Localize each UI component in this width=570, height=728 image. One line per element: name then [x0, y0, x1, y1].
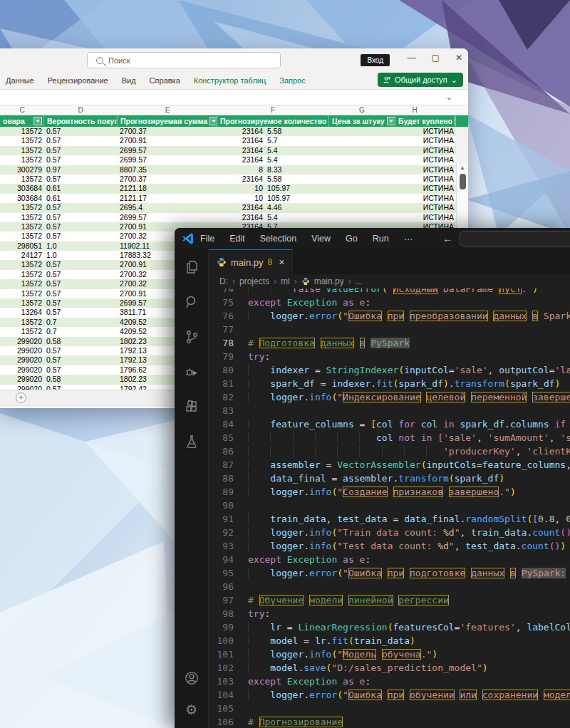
table-cell[interactable]: 105.97 [265, 194, 328, 203]
table-cell[interactable]: 13572 [0, 222, 44, 232]
table-cell[interactable]: 13572 [0, 327, 44, 336]
table-row[interactable]: 135720.572700.37231645.58ИСТИНА [0, 175, 456, 184]
table-cell[interactable]: ИСТИНА [328, 127, 456, 136]
table-cell[interactable]: 2700.37 [118, 175, 217, 184]
settings-gear-icon[interactable]: ⚙ [185, 702, 197, 718]
table-cell[interactable]: 5.58 [265, 175, 328, 184]
table-cell[interactable]: 13264 [0, 308, 44, 317]
table-cell[interactable]: 23164 [217, 155, 265, 165]
table-cell[interactable]: 105.97 [265, 184, 328, 193]
scrollbar-thumb[interactable] [460, 174, 466, 189]
table-cell[interactable]: 0.7 [44, 327, 118, 336]
table-cell[interactable]: ИСТИНА [328, 136, 456, 145]
scroll-up-icon[interactable]: ▲ [457, 164, 468, 172]
table-row[interactable]: 3002790.978807.3588.33ИСТИНА [0, 165, 456, 175]
table-cell[interactable]: 13572 [0, 127, 44, 136]
table-cell[interactable]: 13572 [0, 155, 44, 165]
table-cell[interactable]: ИСТИНА [328, 194, 456, 203]
table-cell[interactable]: 0.57 [44, 136, 118, 145]
table-cell[interactable]: 299020 [0, 346, 44, 355]
table-cell[interactable]: ИСТИНА [328, 165, 456, 175]
menu-item-view[interactable]: View [311, 234, 331, 244]
ribbon-tab[interactable]: Вид [122, 76, 136, 85]
table-cell[interactable]: 13572 [0, 289, 44, 298]
table-row[interactable]: 135720.572699.57231645.4ИСТИНА [0, 213, 456, 222]
filter-button[interactable] [455, 117, 456, 125]
source-control-icon[interactable] [184, 329, 200, 345]
column-letter[interactable]: G [359, 106, 365, 114]
table-cell[interactable]: 24127 [0, 251, 44, 260]
table-cell[interactable]: 0.57 [44, 203, 118, 212]
table-cell[interactable]: 0.58 [44, 337, 118, 346]
column-header[interactable]: Прогнозируемое количество [217, 115, 329, 127]
table-cell[interactable]: 0.57 [44, 127, 118, 136]
ribbon-tab[interactable]: Справка [150, 76, 180, 85]
table-cell[interactable]: ИСТИНА [328, 184, 456, 193]
table-cell[interactable]: 299020 [0, 365, 44, 375]
column-header[interactable]: Вероятность покупки [44, 115, 118, 127]
table-cell[interactable]: 23164 [217, 175, 265, 184]
table-row[interactable]: 135720.572699.57231645.4ИСТИНА [0, 146, 456, 155]
table-cell[interactable]: 13572 [0, 146, 44, 155]
table-cell[interactable]: 0.57 [44, 213, 118, 222]
menu-item-edit[interactable]: Edit [229, 234, 245, 244]
table-cell[interactable]: 298051 [0, 241, 44, 251]
table-cell[interactable]: ИСТИНА [328, 203, 456, 212]
breadcrumb-item[interactable]: ... [356, 276, 363, 286]
table-cell[interactable]: 0.57 [44, 175, 118, 184]
column-header[interactable]: овара [0, 115, 44, 127]
table-cell[interactable]: 8.33 [265, 165, 328, 175]
table-cell[interactable]: ИСТИНА [328, 175, 456, 184]
table-cell[interactable]: 13572 [0, 203, 44, 212]
table-cell[interactable]: 23164 [217, 203, 265, 212]
table-cell[interactable]: 0.57 [44, 289, 118, 298]
table-cell[interactable]: 0.57 [44, 270, 118, 279]
filter-button[interactable] [33, 117, 42, 125]
table-cell[interactable]: 2700.37 [118, 127, 217, 136]
column-letter[interactable]: E [165, 106, 170, 114]
close-button[interactable]: ✕ [455, 53, 462, 63]
run-debug-icon[interactable] [184, 364, 200, 380]
table-cell[interactable]: 299020 [0, 355, 44, 365]
table-cell[interactable]: 0.57 [44, 365, 118, 375]
table-cell[interactable]: 0.57 [44, 308, 118, 317]
table-row[interactable]: 3036840.612121.1810105.97ИСТИНА [0, 184, 456, 193]
extensions-icon[interactable] [184, 399, 200, 415]
table-cell[interactable]: 303684 [0, 184, 44, 193]
table-cell[interactable]: 13572 [0, 318, 44, 327]
breadcrumb-item[interactable]: D: [219, 276, 228, 286]
restore-button[interactable]: ▢ [432, 53, 440, 63]
filter-button[interactable] [209, 117, 217, 125]
table-cell[interactable]: 303684 [0, 194, 44, 203]
table-cell[interactable]: 0.61 [44, 194, 118, 203]
table-cell[interactable]: 8807.35 [118, 165, 217, 175]
signin-button[interactable]: Вход [361, 54, 390, 66]
table-cell[interactable]: 13572 [0, 232, 44, 241]
table-cell[interactable]: 4.46 [265, 203, 328, 212]
menu-item-selection[interactable]: Selection [260, 234, 296, 244]
table-cell[interactable]: 5.4 [265, 146, 328, 155]
table-cell[interactable]: 23164 [217, 127, 265, 136]
table-row[interactable]: 3036840.612121.1710105.97ИСТИНА [0, 194, 456, 203]
breadcrumb-item[interactable]: main.py [314, 276, 344, 286]
table-cell[interactable]: 13572 [0, 260, 44, 269]
table-cell[interactable]: 0.57 [44, 385, 118, 390]
table-cell[interactable]: 299020 [0, 375, 44, 384]
ribbon-tab[interactable]: Запрос [279, 76, 305, 85]
table-cell[interactable]: 0.57 [44, 146, 118, 155]
table-cell[interactable]: 0.57 [44, 346, 118, 355]
table-cell[interactable]: 1.0 [44, 251, 118, 260]
ribbon-tab[interactable]: Рецензирование [48, 76, 108, 85]
table-cell[interactable]: 13572 [0, 213, 44, 222]
table-cell[interactable]: 0.57 [44, 298, 118, 308]
table-cell[interactable]: 5.7 [265, 136, 328, 145]
table-cell[interactable]: 2121.17 [118, 194, 217, 203]
table-cell[interactable]: 23164 [217, 146, 265, 155]
table-cell[interactable]: ИСТИНА [328, 155, 456, 165]
table-cell[interactable]: 10 [217, 184, 265, 193]
menu-item-go[interactable]: Go [346, 234, 358, 244]
table-row[interactable]: 135720.572699.57231645.4ИСТИНА [0, 155, 456, 165]
command-center[interactable] [460, 231, 570, 246]
table-cell[interactable]: 2699.57 [118, 155, 217, 165]
table-cell[interactable]: 299020 [0, 385, 44, 390]
